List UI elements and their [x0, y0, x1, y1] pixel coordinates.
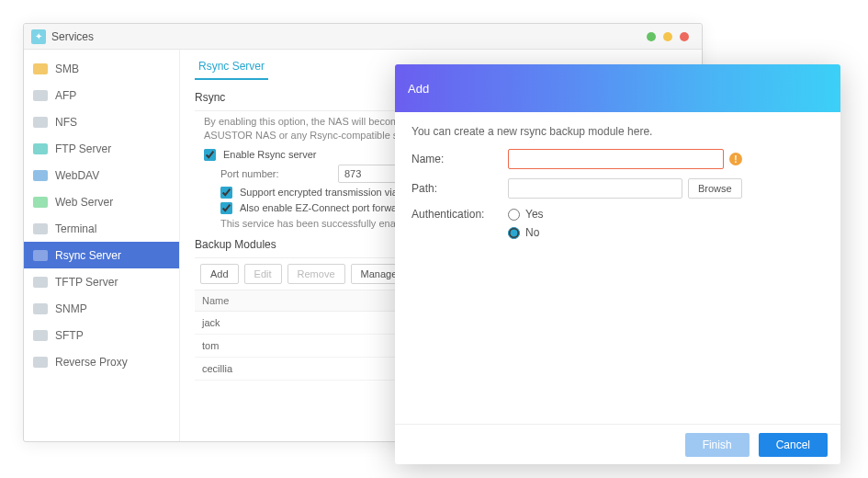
ezconnect-label: Also enable EZ-Connect port forwarding [240, 202, 420, 213]
ftp-icon [33, 143, 48, 154]
port-label: Port number: [220, 168, 331, 179]
sidebar-item-label: FTP Server [55, 142, 111, 155]
window-controls [647, 32, 694, 41]
sidebar-item-tftp[interactable]: TFTP Server [24, 268, 179, 295]
tftp-icon [33, 277, 48, 288]
sidebar-item-sftp[interactable]: SFTP [24, 322, 179, 348]
browse-button[interactable]: Browse [688, 178, 742, 199]
rsync-icon [33, 250, 48, 261]
sidebar-item-label: Rsync Server [55, 249, 121, 262]
ssh-label: Support encrypted transmission via SSH [240, 187, 421, 198]
finish-button[interactable]: Finish [685, 433, 750, 457]
proxy-icon [33, 357, 48, 368]
dialog-title: Add [395, 64, 840, 112]
sidebar-item-label: TFTP Server [55, 276, 118, 289]
auth-yes-radio[interactable] [508, 209, 520, 221]
name-input[interactable] [508, 149, 724, 169]
add-module-dialog: Add You can create a new rsync backup mo… [395, 64, 840, 464]
ssh-checkbox[interactable] [220, 187, 232, 199]
folder-icon [33, 117, 48, 128]
auth-yes-option[interactable]: Yes [508, 208, 544, 221]
ezconnect-checkbox[interactable] [220, 202, 232, 214]
cell-name: tom [195, 334, 391, 357]
col-name[interactable]: Name [195, 290, 391, 311]
sidebar-item-label: SNMP [55, 302, 87, 315]
warning-icon: ! [729, 153, 742, 165]
sftp-icon [33, 330, 48, 341]
sidebar-item-afp[interactable]: AFP [24, 82, 179, 108]
sidebar-item-label: NFS [55, 116, 77, 129]
sidebar-item-label: SFTP [55, 329, 84, 342]
edit-button: Edit [244, 264, 282, 284]
dialog-intro: You can create a new rsync backup module… [411, 125, 824, 138]
web-icon [33, 197, 48, 208]
snmp-icon [33, 303, 48, 314]
add-button[interactable]: Add [200, 264, 239, 284]
auth-no-label: No [525, 226, 539, 239]
sidebar-item-ftp[interactable]: FTP Server [24, 135, 179, 162]
sidebar-item-webdav[interactable]: WebDAV [24, 162, 179, 188]
tab-rsync-server[interactable]: Rsync Server [195, 57, 268, 80]
sidebar-item-label: Web Server [55, 196, 113, 209]
sidebar-item-label: SMB [55, 63, 79, 75]
sidebar-item-label: WebDAV [55, 169, 99, 182]
terminal-icon [33, 223, 48, 234]
sidebar-item-smb[interactable]: SMB [24, 55, 179, 82]
auth-yes-label: Yes [525, 208, 544, 221]
sidebar-item-label: Terminal [55, 222, 96, 235]
sidebar-item-terminal[interactable]: Terminal [24, 215, 179, 242]
sidebar-item-webserver[interactable]: Web Server [24, 188, 179, 215]
name-label: Name: [411, 153, 508, 165]
sidebar-item-rsync[interactable]: Rsync Server [24, 242, 179, 268]
cell-name: cecillia [195, 357, 391, 380]
titlebar[interactable]: ✦ Services [24, 24, 702, 50]
sidebar-item-nfs[interactable]: NFS [24, 108, 179, 135]
webdav-icon [33, 170, 48, 181]
remove-button: Remove [287, 264, 345, 284]
minimize-icon[interactable] [647, 32, 656, 41]
auth-no-radio[interactable] [508, 227, 520, 239]
path-input[interactable] [508, 178, 682, 199]
sidebar-item-label: Reverse Proxy [55, 356, 128, 369]
sidebar-item-snmp[interactable]: SNMP [24, 295, 179, 322]
cell-name: jack [195, 311, 391, 334]
maximize-icon[interactable] [663, 32, 672, 41]
folder-icon [33, 63, 48, 74]
folder-icon [33, 90, 48, 101]
services-icon: ✦ [31, 29, 46, 44]
enable-rsync-checkbox[interactable] [204, 149, 216, 161]
auth-no-option[interactable]: No [508, 226, 544, 239]
sidebar-item-reverse-proxy[interactable]: Reverse Proxy [24, 348, 179, 375]
sidebar-item-label: AFP [55, 89, 76, 102]
cancel-button[interactable]: Cancel [759, 433, 828, 457]
sidebar: SMB AFP NFS FTP Server WebDAV Web Server… [24, 50, 180, 441]
window-title: Services [51, 30, 94, 43]
auth-label: Authentication: [411, 208, 508, 221]
enable-rsync-label: Enable Rsync server [223, 149, 317, 160]
path-label: Path: [411, 182, 508, 195]
close-icon[interactable] [680, 32, 689, 41]
